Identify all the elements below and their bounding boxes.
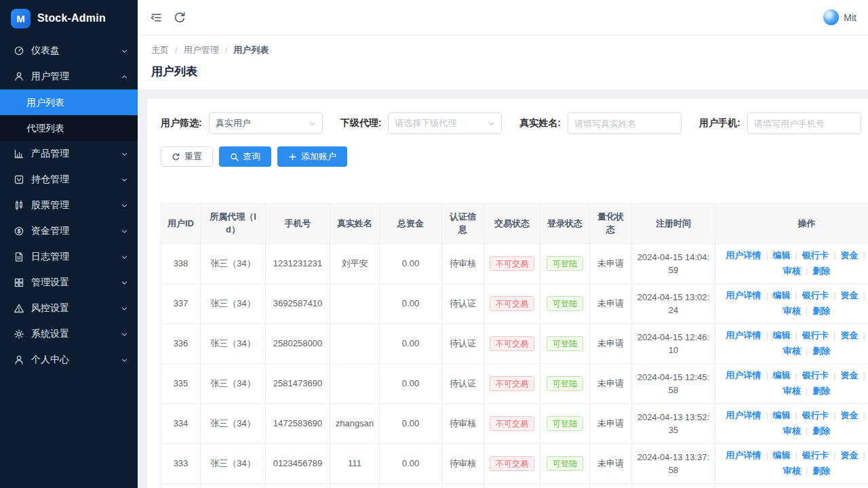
sidebar-item-dashboard[interactable]: 仪表盘 <box>0 38 138 64</box>
action-link-6[interactable]: 删除 <box>812 386 830 396</box>
cell-register-time: 2024-04-15 13:02:24 <box>632 284 715 324</box>
action-link-4[interactable]: 资金 <box>840 330 858 340</box>
action-link-1[interactable]: 用户详情 <box>726 370 761 380</box>
action-separator: | <box>766 290 768 300</box>
action-link-6[interactable]: 删除 <box>812 346 830 356</box>
reset-button[interactable]: 重置 <box>161 146 213 167</box>
cell-login-status: 可登陆 <box>540 404 590 444</box>
column-header-7: 交易状态 <box>484 204 540 244</box>
sidebar-item-management[interactable]: 管理设置 <box>0 270 138 296</box>
action-link-6[interactable]: 删除 <box>812 426 830 436</box>
cell-actions: 用户详情|编辑|银行卡|资金|实名审核|删除 <box>715 484 868 488</box>
collapse-sidebar-icon[interactable] <box>149 11 163 24</box>
real-name-input[interactable] <box>574 119 675 129</box>
user-filter-select[interactable]: 真实用户 <box>209 113 323 134</box>
action-link-6[interactable]: 删除 <box>812 466 830 476</box>
action-link-2[interactable]: 编辑 <box>773 290 791 300</box>
table-row: 337 张三（34） 3692587410 0.00 待认证 不可交易 可登陆 … <box>161 284 868 324</box>
action-link-4[interactable]: 资金 <box>840 410 858 420</box>
sidebar-subitem-代理列表[interactable]: 代理列表 <box>0 115 138 141</box>
action-link-2[interactable]: 编辑 <box>773 410 791 420</box>
sidebar-item-system[interactable]: 系统设置 <box>0 321 138 347</box>
action-link-2[interactable]: 编辑 <box>773 250 791 260</box>
sidebar-item-logs[interactable]: 日志管理 <box>0 244 138 270</box>
action-link-4[interactable]: 资金 <box>840 370 858 380</box>
action-link-1[interactable]: 用户详情 <box>726 250 761 260</box>
action-link-1[interactable]: 用户详情 <box>726 290 761 300</box>
sidebar-item-stocks[interactable]: 股票管理 <box>0 192 138 218</box>
refresh-icon[interactable] <box>173 11 186 24</box>
sidebar-item-funds[interactable]: 资金管理 <box>0 218 138 244</box>
agent-select[interactable]: 请选择下级代理 <box>388 113 502 134</box>
table-header-row: 用户ID所属代理（Id）手机号真实姓名总资金认证信息交易状态登录状态量化状态注册… <box>161 204 868 244</box>
management-icon <box>14 277 24 288</box>
sidebar-item-profile[interactable]: 个人中心 <box>0 347 138 373</box>
phone-inputbox <box>747 113 861 134</box>
cell-phone: 1472583690 <box>266 404 330 444</box>
add-account-button[interactable]: 添加账户 <box>277 146 347 167</box>
action-link-1[interactable]: 用户详情 <box>726 410 761 420</box>
cell-trade-status: 不可交易 <box>484 324 540 364</box>
action-link-1[interactable]: 用户详情 <box>726 450 761 460</box>
action-separator: | <box>795 370 797 380</box>
action-separator: | <box>833 370 835 380</box>
cell-funds: 0.00 <box>380 284 442 324</box>
sidebar-item-positions[interactable]: 持仓管理 <box>0 167 138 192</box>
sidebar-item-users[interactable]: 用户管理 <box>0 64 138 89</box>
action-link-2[interactable]: 编辑 <box>773 370 791 380</box>
action-link-1[interactable]: 用户详情 <box>726 330 761 340</box>
breadcrumb-user-management[interactable]: 用户管理 <box>184 44 219 56</box>
cell-login-status: 可登陆 <box>540 324 590 364</box>
sidebar-item-products[interactable]: 产品管理 <box>0 141 138 167</box>
cell-auth-info: 待认证 <box>442 324 484 364</box>
table-row: 335 张三（34） 2581473690 0.00 待认证 不可交易 可登陆 … <box>161 364 868 404</box>
sidebar-item-risk[interactable]: 风控设置 <box>0 296 138 321</box>
trade-status-badge: 不可交易 <box>490 456 534 472</box>
cell-real-name: 刘平安 <box>330 244 380 284</box>
chevron-down-icon <box>121 357 128 364</box>
action-link-6[interactable]: 删除 <box>812 266 830 276</box>
action-link-4[interactable]: 资金 <box>840 290 858 300</box>
users-icon <box>14 71 24 82</box>
filter-real-name: 真实姓名: <box>519 113 682 134</box>
action-separator: | <box>766 250 768 260</box>
action-link-3[interactable]: 银行卡 <box>802 250 829 260</box>
action-link-2[interactable]: 编辑 <box>773 450 791 460</box>
action-link-3[interactable]: 银行卡 <box>802 370 829 380</box>
cell-agent <box>201 484 266 488</box>
topbar-user[interactable]: Mit <box>823 9 856 25</box>
user-avatar[interactable] <box>823 9 839 25</box>
login-status-badge: 可登陆 <box>547 456 583 472</box>
cell-register-time <box>632 484 715 488</box>
action-link-3[interactable]: 银行卡 <box>802 410 829 420</box>
cell-funds: 0.00 <box>380 444 442 484</box>
phone-input[interactable] <box>754 119 854 129</box>
action-link-2[interactable]: 编辑 <box>773 330 791 340</box>
action-link-3[interactable]: 银行卡 <box>802 450 829 460</box>
action-link-3[interactable]: 银行卡 <box>802 330 829 340</box>
trade-status-badge: 不可交易 <box>490 256 534 272</box>
cell-funds: 0.00 <box>380 324 442 364</box>
funds-icon <box>14 226 24 237</box>
sidebar-item-label: 持仓管理 <box>31 174 121 186</box>
action-separator: | <box>806 466 808 476</box>
cell-agent: 张三（34） <box>201 324 266 364</box>
chevron-down-icon <box>121 176 128 184</box>
cell-agent: 张三（34） <box>201 284 266 324</box>
action-link-3[interactable]: 银行卡 <box>802 290 829 300</box>
table-row: 用户详情|编辑|银行卡|资金|实名审核|删除 <box>161 484 868 488</box>
user-table-wrap: 用户ID所属代理（Id）手机号真实姓名总资金认证信息交易状态登录状态量化状态注册… <box>161 203 868 488</box>
sidebar-subitem-用户列表[interactable]: 用户列表 <box>0 89 138 115</box>
breadcrumb-home[interactable]: 主页 <box>151 44 169 56</box>
action-link-6[interactable]: 删除 <box>812 306 830 316</box>
cell-user-id: 336 <box>161 324 201 364</box>
action-link-4[interactable]: 资金 <box>840 250 858 260</box>
table-row: 333 张三（34） 0123456789 111 0.00 待审核 不可交易 … <box>161 444 868 484</box>
search-button[interactable]: 查询 <box>219 146 271 167</box>
action-link-4[interactable]: 资金 <box>840 450 858 460</box>
cell-user-id: 333 <box>161 444 201 484</box>
action-separator: | <box>806 266 808 276</box>
reset-button-label: 重置 <box>184 150 202 163</box>
cell-login-status <box>540 484 590 488</box>
sidebar-menu: 仪表盘用户管理用户列表代理列表产品管理持仓管理股票管理资金管理日志管理管理设置风… <box>0 38 138 373</box>
